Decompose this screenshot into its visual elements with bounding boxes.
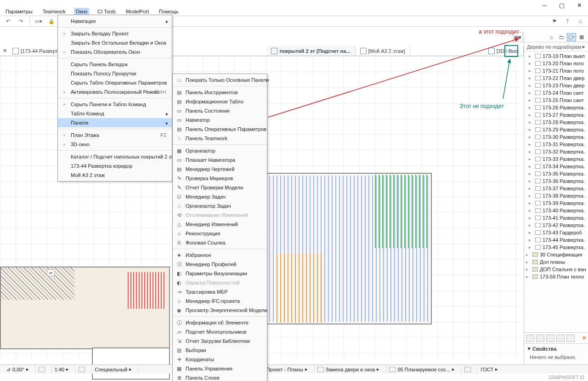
footer-brand[interactable]: GRAPHISOFT ID: [548, 375, 584, 380]
tree-item[interactable]: ▸173-33 Развертка.: [524, 155, 588, 163]
menu-item[interactable]: Табло Команд▸: [58, 109, 172, 118]
tree-item[interactable]: ▸173-26 Развертка.: [524, 104, 588, 111]
menu-item[interactable]: ▫Скрыть Панели и Табло Команд: [58, 100, 172, 109]
tree-item[interactable]: ▸173-38 Развертка.: [524, 192, 588, 199]
nav-home-icon[interactable]: ⌂: [547, 33, 556, 41]
submenu-item[interactable]: ▭Планшет Навигатора: [173, 155, 267, 165]
tree-item[interactable]: ▸173-41 Развертка.: [524, 214, 588, 222]
navigator-title-row[interactable]: Дерево по поднаборам▸: [524, 42, 588, 51]
tree-item[interactable]: ▸173-28 Развертка.: [524, 119, 588, 126]
submenu-item[interactable]: ▭Панель Состояния: [173, 106, 267, 115]
tab-cover-calc[interactable]: покрытий 2 эт [Подсчет на...: [266, 46, 355, 56]
nav-grid-icon[interactable]: ▦: [577, 33, 586, 41]
tree-item[interactable]: ▸173-32 Развертка.: [524, 148, 588, 155]
submenu-item[interactable]: ⌂Реконструкция: [173, 229, 267, 238]
status-view-2[interactable]: Замена двери и окна ▸: [314, 365, 383, 374]
submenu-item[interactable]: ▱Подсчет Многоугольников: [173, 327, 267, 336]
submenu-item[interactable]: ▦Организатор: [173, 146, 267, 155]
tree-item[interactable]: ▸173-24 План сант: [524, 89, 588, 97]
menu-teamwork[interactable]: Teamwork: [41, 8, 68, 15]
submenu-item[interactable]: □Показать Только Основные Панели: [173, 75, 267, 85]
menu-okno[interactable]: Окно: [74, 8, 90, 15]
tree-folder[interactable]: ▸173-58 План тепло: [524, 273, 588, 280]
tree-item[interactable]: ▸173-42 Развертка.: [524, 222, 588, 229]
tree-item[interactable]: ▸173-40 Развертка.: [524, 207, 588, 214]
menu-item[interactable]: ▫Показать Обозреватель Окон: [58, 47, 172, 57]
submenu-item[interactable]: ▤Панель Инструментов: [173, 88, 267, 97]
tree-item[interactable]: ▸173-39 Развертка.: [524, 199, 588, 207]
submenu-item[interactable]: ✎Проверка Маркеров: [173, 174, 267, 183]
navigator-tree[interactable]: ▸173-19 План выкл▸173-20 План пото▸173-2…: [524, 51, 588, 332]
select-tool-icon[interactable]: ▭▾: [34, 17, 44, 25]
tree-item[interactable]: ▸173-20 План пото: [524, 60, 588, 67]
menu-item[interactable]: ▫План ЭтажаF2: [58, 131, 172, 140]
menu-item[interactable]: Панели▸: [58, 118, 172, 127]
tree-item[interactable]: ▸173-25 План сант: [524, 97, 588, 104]
tree-item[interactable]: ▸173-27 Развертка.: [524, 111, 588, 119]
submenu-item[interactable]: ▥Выборки: [173, 346, 267, 355]
hierarchy-icon[interactable]: ᛘ: [562, 17, 572, 25]
tree-item[interactable]: ▸173-45 Развертка.: [524, 244, 588, 251]
tab-a3-floor2[interactable]: [Мой А3 2 этаж]: [356, 46, 410, 56]
tree-item[interactable]: ▸173-21 План пото: [524, 67, 588, 74]
home-icon[interactable]: ⌂: [575, 17, 585, 25]
submenu-item[interactable]: ⇲Отчет Загрузки Библиотеки: [173, 336, 267, 346]
redo-icon[interactable]: ↷: [16, 17, 26, 25]
nav-btn-2[interactable]: [536, 335, 544, 342]
status-scale[interactable]: 1:40 ▸: [51, 365, 72, 374]
nav-btn-4[interactable]: [556, 335, 565, 342]
tree-item[interactable]: ▸173-22 План двер: [524, 74, 588, 82]
status-standard[interactable]: ГОСТ ▸: [477, 365, 501, 374]
submenu-item[interactable]: ✛Координаты: [173, 355, 267, 364]
nav-btn-3[interactable]: [546, 335, 554, 342]
menu-item[interactable]: ▫Активировать Полноэкранный РежимCtrl+\: [58, 87, 172, 97]
nav-btn-5[interactable]: [566, 335, 575, 342]
tree-folder[interactable]: ▸Доп планы: [524, 258, 588, 266]
menu-item[interactable]: Скрыть Табло Оперативных Параметров: [58, 78, 172, 87]
nav-book-icon[interactable]: ▢▫: [567, 33, 576, 41]
tree-item[interactable]: ▸173-36 Развертка.: [524, 177, 588, 185]
submenu-item[interactable]: ⛆Менеджер Профилей: [173, 260, 267, 269]
status-angle[interactable]: ⊿ 0,00° ▸: [4, 365, 32, 374]
zoom-icon[interactable]: [79, 367, 85, 372]
tree-folder[interactable]: ▸ДОП Спальня с ван: [524, 266, 588, 273]
navigator-button-wrong[interactable]: ⌂▭: [506, 47, 516, 55]
menu-item[interactable]: 173-44 Развертка коридор: [58, 161, 172, 171]
submenu-item[interactable]: ⎘Фоновая Ссылка: [173, 238, 267, 247]
submenu-item[interactable]: ◉Просмотр Энергетической Модели: [173, 306, 267, 315]
tree-item[interactable]: ▸173-29 Развертка.: [524, 126, 588, 133]
submenu-item[interactable]: ⇝Трассировка MEP: [173, 287, 267, 296]
tree-item[interactable]: ▸173-30 Развертка.: [524, 133, 588, 141]
submenu-item[interactable]: ▤Менеджер Чертежей: [173, 165, 267, 174]
tree-item[interactable]: ▸173-44 Развертка.: [524, 236, 588, 244]
undo-icon[interactable]: ↶: [3, 17, 13, 25]
nav-delete-icon[interactable]: ✕: [582, 335, 586, 341]
menu-item[interactable]: ▫Закрыть Вкладку Проект: [58, 29, 172, 38]
submenu-item[interactable]: ▤Информационное Табло: [173, 97, 267, 106]
ruler-icon[interactable]: [39, 367, 45, 372]
status-view-3[interactable]: 05 Планируемое сос... ▸: [386, 365, 458, 374]
menu-item[interactable]: Скрыть Панель Вкладок: [58, 60, 172, 69]
menu-ci-tools[interactable]: CI Tools: [96, 8, 118, 15]
flag-icon[interactable]: ⚑: [549, 17, 560, 25]
tab-close-icon[interactable]: ✕: [0, 48, 10, 54]
lock-icon[interactable]: 🔒: [46, 17, 57, 25]
menu-modelport[interactable]: ModelPort: [124, 8, 151, 15]
nav-btn-1[interactable]: [526, 335, 534, 342]
submenu-item[interactable]: ◧Параметры Визуализации: [173, 269, 267, 278]
menu-item[interactable]: Каталог / Подсчет напольных покрытий 2 э…: [58, 152, 172, 161]
submenu-item[interactable]: ⓘИнформация об Элементе: [173, 318, 267, 327]
menu-item[interactable]: Закрыть Все Остальные Вкладки и Окна: [58, 38, 172, 47]
menu-item[interactable]: Мой A3 2 этаж: [58, 171, 172, 180]
submenu-item[interactable]: ★Избранное: [173, 250, 267, 260]
tree-item[interactable]: ▸173-37 Развертка.: [524, 185, 588, 192]
std-icon[interactable]: [464, 367, 471, 372]
menu-item[interactable]: ▫3D-окно: [58, 140, 172, 149]
menu-help[interactable]: Помощь: [157, 8, 181, 15]
chevron-down-icon[interactable]: ▾: [528, 346, 531, 352]
submenu-item[interactable]: ≣Панель Слоев: [173, 373, 267, 381]
submenu-item[interactable]: ☑Менеджер Задач: [173, 192, 267, 201]
menu-parametry[interactable]: Параметры: [4, 8, 34, 15]
submenu-item[interactable]: ▤Панель Оперативных Параметров: [173, 125, 267, 134]
tree-item[interactable]: ▸173-23 План двер: [524, 82, 588, 89]
